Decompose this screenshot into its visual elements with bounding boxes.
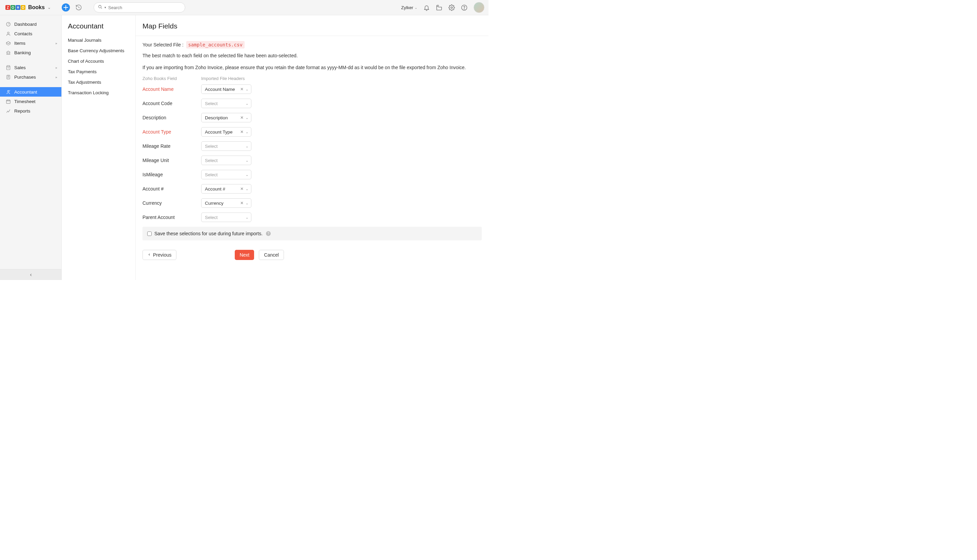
nav-item-label: Banking xyxy=(14,50,31,55)
subnav-item[interactable]: Transaction Locking xyxy=(62,87,135,98)
nav-item-accountant[interactable]: Accountant xyxy=(0,87,62,97)
notifications-button[interactable] xyxy=(423,4,430,11)
nav-item-contacts[interactable]: Contacts xyxy=(0,29,62,38)
clear-icon[interactable]: ✕ xyxy=(240,187,244,191)
field-mapping-select[interactable]: Account Type✕⌄ xyxy=(201,127,251,137)
field-mapping-select[interactable]: Select⌄ xyxy=(201,98,251,108)
nav-item-label: Contacts xyxy=(14,31,32,36)
svg-point-7 xyxy=(7,90,9,92)
chevron-down-icon: ⌄ xyxy=(246,144,248,148)
banking-icon xyxy=(5,50,11,55)
previous-button[interactable]: Previous xyxy=(142,250,176,260)
nav-item-dashboard[interactable]: Dashboard xyxy=(0,19,62,29)
field-label: Mileage Unit xyxy=(142,158,201,163)
nav-item-label: Sales xyxy=(14,65,26,70)
reports-icon xyxy=(5,108,11,113)
chevron-down-icon: ⌄ xyxy=(47,5,51,10)
clear-icon[interactable]: ✕ xyxy=(240,130,244,134)
main-nav: DashboardContactsItems▸BankingSales▸Purc… xyxy=(0,15,62,280)
chevron-right-icon: ▸ xyxy=(56,42,57,45)
clear-icon[interactable]: ✕ xyxy=(240,115,244,120)
chevron-down-icon: ⌄ xyxy=(246,173,248,177)
field-mapping-select[interactable]: Select⌄ xyxy=(201,170,251,179)
save-selection-row: Save these selections for use during fut… xyxy=(142,227,482,240)
nav-item-items[interactable]: Items▸ xyxy=(0,38,62,48)
documents-button[interactable] xyxy=(436,4,443,11)
search-icon xyxy=(98,5,102,10)
main-content: Map Fields Your Selected File : sample_a… xyxy=(136,15,489,280)
chevron-down-icon: ⌄ xyxy=(246,116,248,120)
nav-item-label: Timesheet xyxy=(14,99,36,104)
subnav-item[interactable]: Tax Payments xyxy=(62,67,135,77)
field-label: Description xyxy=(142,115,201,120)
brand-switcher[interactable]: Z O H O Books ⌄ xyxy=(5,4,62,10)
field-mapping-select[interactable]: Description✕⌄ xyxy=(201,113,251,122)
field-row: Account NameAccount Name✕⌄ xyxy=(142,84,482,94)
global-search[interactable]: ▾ xyxy=(94,2,185,13)
field-label: Account Type xyxy=(142,129,201,135)
field-mapping-select[interactable]: Account Name✕⌄ xyxy=(201,84,251,94)
field-label: Parent Account xyxy=(142,215,201,220)
chevron-down-icon: ⌄ xyxy=(246,202,248,205)
field-label: Mileage Rate xyxy=(142,143,201,149)
org-name: Zylker xyxy=(401,5,413,10)
column-header-imported: Imported File Headers xyxy=(201,76,262,81)
user-avatar[interactable] xyxy=(474,2,484,13)
nav-item-reports[interactable]: Reports xyxy=(0,106,62,116)
nav-item-timesheet[interactable]: Timesheet xyxy=(0,97,62,106)
dashboard-icon xyxy=(5,22,11,27)
mapping-table-header: Zoho Books Field Imported File Headers xyxy=(142,76,482,81)
field-row: Account TypeAccount Type✕⌄ xyxy=(142,127,482,137)
nav-item-banking[interactable]: Banking xyxy=(0,48,62,57)
subnav-item[interactable]: Manual Journals xyxy=(62,35,135,45)
subnav-item[interactable]: Chart of Accounts xyxy=(62,56,135,67)
nav-item-purchases[interactable]: Purchases▸ xyxy=(0,72,62,82)
help-tooltip-icon[interactable]: ? xyxy=(266,231,271,236)
field-label: Account Name xyxy=(142,87,201,92)
field-label: Account Code xyxy=(142,101,201,106)
select-value: Select xyxy=(205,144,244,149)
quick-create-button[interactable] xyxy=(62,3,70,12)
field-label: Account # xyxy=(142,186,201,192)
field-mapping-select[interactable]: Select⌄ xyxy=(201,156,251,165)
action-buttons: Previous Next Cancel xyxy=(142,250,482,260)
next-button-label: Next xyxy=(239,252,249,258)
recent-history-button[interactable] xyxy=(75,4,82,11)
next-button[interactable]: Next xyxy=(235,250,254,260)
field-row: Parent AccountSelect⌄ xyxy=(142,213,482,222)
help-button[interactable] xyxy=(461,4,468,11)
selected-file-label: Your Selected File : xyxy=(142,42,184,47)
subnav-item[interactable]: Tax Adjustments xyxy=(62,77,135,87)
sales-icon xyxy=(5,65,11,70)
field-mapping-select[interactable]: Account #✕⌄ xyxy=(201,184,251,193)
cancel-button[interactable]: Cancel xyxy=(259,250,284,260)
clear-icon[interactable]: ✕ xyxy=(240,201,244,205)
field-label: Currency xyxy=(142,200,201,206)
previous-button-label: Previous xyxy=(153,252,171,258)
settings-button[interactable] xyxy=(448,4,455,11)
purchases-icon xyxy=(5,74,11,80)
svg-rect-6 xyxy=(7,75,10,78)
nav-item-sales[interactable]: Sales▸ xyxy=(0,63,62,72)
items-icon xyxy=(5,40,11,46)
chevron-down-icon: ⌄ xyxy=(246,187,248,191)
select-value: Select xyxy=(205,158,244,163)
collapse-nav-button[interactable] xyxy=(0,269,62,280)
chevron-down-icon: ⌄ xyxy=(246,216,248,219)
save-selection-checkbox[interactable] xyxy=(147,232,152,236)
field-label: IsMileage xyxy=(142,172,201,177)
chevron-down-icon: ⌄ xyxy=(246,158,248,162)
org-switcher[interactable]: Zylker ⌄ xyxy=(401,5,417,10)
search-scope-caret-icon[interactable]: ▾ xyxy=(105,6,106,9)
sub-nav: Accountant Manual JournalsBase Currency … xyxy=(62,15,136,280)
selected-file-line: Your Selected File : sample_accounts.csv xyxy=(142,42,482,47)
subnav-item[interactable]: Base Currency Adjustments xyxy=(62,45,135,56)
field-mapping-select[interactable]: Select⌄ xyxy=(201,142,251,151)
clear-icon[interactable]: ✕ xyxy=(240,87,244,92)
search-input[interactable] xyxy=(108,5,181,10)
svg-point-3 xyxy=(464,8,464,9)
field-mapping-select[interactable]: Select⌄ xyxy=(201,213,251,222)
chevron-down-icon: ⌄ xyxy=(246,87,248,91)
brand-name: Books xyxy=(28,4,45,10)
field-mapping-select[interactable]: Currency✕⌄ xyxy=(201,198,251,208)
